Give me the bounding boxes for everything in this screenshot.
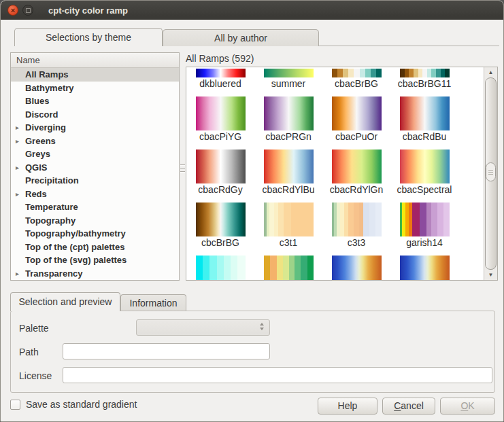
ramp-swatch[interactable] [332, 96, 382, 130]
ramp-swatch[interactable] [400, 203, 450, 236]
ramp-row [186, 256, 484, 280]
ramp-item-cbacspectral[interactable]: cbacSpectral [390, 150, 458, 196]
ramp-item[interactable] [186, 256, 254, 280]
license-input[interactable] [63, 367, 492, 383]
ramp-swatch[interactable] [332, 256, 382, 280]
ramp-swatch[interactable] [196, 150, 246, 183]
tree-item-temperature[interactable]: Temperature [11, 200, 179, 214]
ramp-item[interactable] [390, 256, 458, 280]
ramp-item-cbacpiyg[interactable]: cbacPiYG [186, 96, 254, 143]
ramp-swatch[interactable] [332, 69, 382, 77]
tree-item-qgis[interactable]: ▸QGIS [11, 161, 179, 175]
tree-item-blues[interactable]: Blues [11, 94, 179, 108]
splitter-handle[interactable] [180, 163, 185, 173]
ramp-item[interactable] [254, 256, 322, 280]
path-label: Path [19, 347, 39, 357]
tree-item-precipitation[interactable]: Precipitation [11, 174, 179, 188]
ramp-swatch[interactable] [196, 69, 246, 77]
ramp-swatch[interactable] [264, 203, 314, 236]
tab-information[interactable]: Information [120, 294, 186, 311]
scroll-up-icon[interactable]: ▲ [484, 67, 497, 77]
ramp-item-cbacbrbg11[interactable]: cbacBrBG11 [390, 69, 458, 90]
expand-arrow-icon[interactable]: ▸ [16, 270, 25, 277]
ramp-item-cbacbrbg[interactable]: cbacBrBG [322, 69, 390, 90]
tree-item-label: Diverging [25, 122, 66, 133]
tree-item-greys[interactable]: Greys [11, 147, 179, 161]
ramp-name-label: cbacRdYlGn [330, 183, 384, 196]
ramp-name-label: summer [271, 77, 306, 90]
tree-item-transparency[interactable]: ▸Transparency [11, 267, 179, 281]
save-gradient-row: Save as standard gradient [10, 399, 137, 410]
path-input[interactable] [63, 343, 270, 359]
tree-item-label: Temperature [25, 202, 78, 212]
ramp-swatch[interactable] [400, 256, 450, 280]
ramp-item-garish14[interactable]: garish14 [390, 203, 458, 249]
ramp-swatch[interactable] [196, 96, 246, 130]
ramp-swatch[interactable] [196, 256, 246, 280]
tree-item-reds[interactable]: ▸Reds [11, 188, 179, 201]
tree-header-name[interactable]: Name [11, 53, 179, 68]
ramp-name-label: c3t1 [280, 236, 297, 249]
ramp-swatch[interactable] [264, 256, 314, 280]
palette-select[interactable] [136, 319, 270, 336]
help-button[interactable]: Help [318, 398, 377, 415]
expand-arrow-icon[interactable]: ▸ [16, 190, 25, 198]
tab-selection-and-preview[interactable]: Selection and preview [10, 292, 120, 311]
ramp-item-cbacrdylgn[interactable]: cbacRdYlGn [322, 150, 390, 196]
ramps-scrollbar[interactable]: ▲ ▼ [484, 67, 497, 280]
ramp-swatch[interactable] [400, 96, 450, 130]
maximize-icon [26, 8, 31, 13]
expand-arrow-icon[interactable]: ▸ [16, 164, 25, 171]
ramp-name-label: cbacPRGn [265, 130, 312, 143]
ramp-swatch[interactable] [264, 69, 314, 77]
tree-item-top-of-the-cpt-palettes[interactable]: Top of the (cpt) palettes [11, 241, 179, 254]
ok-button[interactable]: OK [440, 398, 495, 415]
selection-preview-pane: Palette Path License [10, 311, 495, 393]
maximize-button[interactable] [22, 5, 33, 16]
save-gradient-checkbox[interactable] [10, 400, 20, 410]
scrollbar-grip[interactable] [486, 162, 496, 181]
tree-item-diverging[interactable]: ▸Diverging [11, 121, 179, 135]
ramp-item-cbacrdbu[interactable]: cbacRdBu [390, 96, 458, 143]
tree-item-label: Blues [25, 96, 49, 106]
ramp-swatch[interactable] [332, 203, 382, 236]
tree-item-topography[interactable]: Topography [11, 214, 179, 228]
ramp-item-cbacprgn[interactable]: cbacPRGn [254, 96, 322, 143]
ramp-name-label: cbacBrBG [335, 77, 378, 90]
theme-tree: Name All RampsBathymetryBluesDiscord▸Div… [10, 52, 180, 281]
window-title: cpt-city color ramp [48, 5, 128, 16]
tree-item-greens[interactable]: ▸Greens [11, 135, 179, 148]
ramp-item-summer[interactable]: summer [254, 69, 322, 90]
ramp-swatch[interactable] [264, 96, 314, 130]
ramp-swatch[interactable] [400, 69, 450, 77]
ramp-name-label: cbacBrBG11 [398, 77, 451, 90]
ramp-swatch[interactable] [196, 203, 246, 236]
tree-item-topography-bathymetry[interactable]: Topography/bathymetry [11, 227, 179, 241]
ramp-swatch[interactable] [264, 150, 314, 183]
save-gradient-label: Save as standard gradient [26, 399, 137, 410]
ramp-item-cbacrdylbu[interactable]: cbacRdYlBu [254, 150, 322, 196]
ramp-item-c3t1[interactable]: c3t1 [254, 203, 322, 249]
window-titlebar[interactable]: × cpt-city color ramp [1, 1, 504, 20]
ramps-grid: dkblueredsummercbacBrBGcbacBrBG11cbacPiY… [186, 67, 484, 280]
ramp-item-cbacpuor[interactable]: cbacPuOr [322, 96, 390, 143]
ramp-item-c3t3[interactable]: c3t3 [322, 203, 390, 249]
tab-selections-by-theme[interactable]: Selections by theme [14, 28, 163, 46]
close-button[interactable]: × [7, 5, 18, 16]
tree-item-top-of-the-svg-palettes[interactable]: Top of the (svg) palettes [11, 253, 179, 267]
expand-arrow-icon[interactable]: ▸ [16, 124, 25, 131]
tab-all-by-author[interactable]: All by author [163, 29, 319, 46]
ramp-item[interactable] [322, 256, 390, 280]
tree-item-all-ramps[interactable]: All Ramps [11, 68, 179, 82]
tree-item-discord[interactable]: Discord [11, 108, 179, 122]
scroll-down-icon[interactable]: ▼ [484, 270, 497, 280]
ramp-item-dkbluered[interactable]: dkbluered [186, 69, 254, 90]
ramp-swatch[interactable] [400, 150, 450, 183]
ramp-name-label: cbacRdGy [198, 183, 242, 196]
expand-arrow-icon[interactable]: ▸ [16, 137, 25, 145]
ramp-swatch[interactable] [332, 150, 382, 183]
ramp-item-cbacrdgy[interactable]: cbacRdGy [186, 150, 254, 196]
cancel-button[interactable]: Cancel [382, 398, 435, 415]
tree-item-bathymetry[interactable]: Bathymetry [11, 82, 179, 95]
ramp-item-cbcbrbg[interactable]: cbcBrBG [186, 203, 254, 249]
